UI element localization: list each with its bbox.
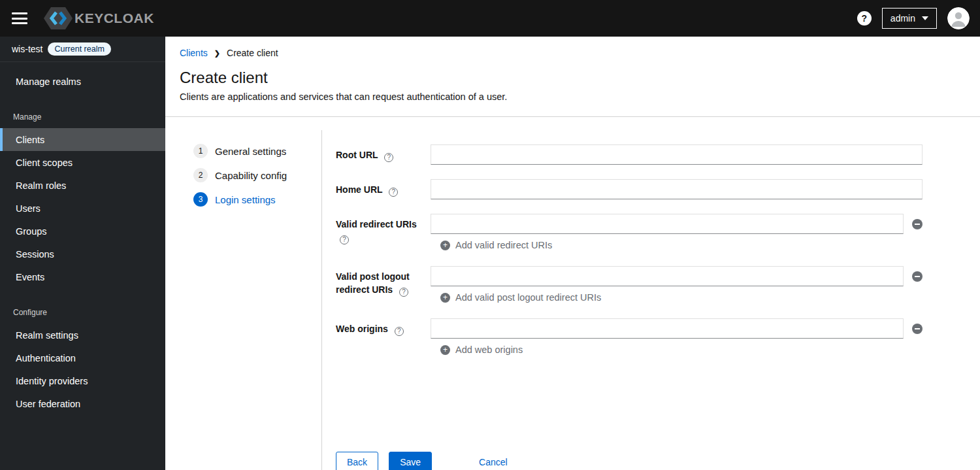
valid-post-logout-redirect-uris-input[interactable] — [431, 266, 904, 286]
realm-name: wis-test — [12, 44, 42, 54]
sidebar-section-configure: Configure — [0, 308, 165, 317]
sidebar-item-groups[interactable]: Groups — [0, 220, 165, 243]
sidebar-item-authentication[interactable]: Authentication — [0, 346, 165, 369]
current-realm-badge: Current realm — [48, 42, 110, 56]
form-row-valid-post-logout-redirect-uris: Valid post logout redirect URIs ? + Add … — [336, 266, 923, 318]
add-valid-redirect-uris-button[interactable]: + Add valid redirect URIs — [440, 240, 552, 250]
page-subtitle: Clients are applications and services th… — [180, 92, 964, 102]
login-settings-form: Root URL ? Home URL ? — [322, 130, 980, 470]
form-row-root-url: Root URL ? — [336, 144, 923, 165]
hamburger-menu-icon[interactable] — [12, 12, 27, 24]
sidebar-item-events[interactable]: Events — [0, 265, 165, 288]
form-actions: Back Save Cancel — [336, 452, 923, 470]
step-label: General settings — [215, 146, 286, 157]
user-menu-label: admin — [890, 13, 915, 24]
user-avatar[interactable] — [947, 7, 970, 29]
step-number: 1 — [193, 144, 208, 158]
breadcrumb-chevron-icon: ❯ — [214, 49, 220, 58]
plus-circle-icon: + — [440, 345, 450, 355]
step-number: 2 — [193, 168, 208, 182]
sidebar-item-client-scopes[interactable]: Client scopes — [0, 151, 165, 174]
sidebar: wis-test Current realm Manage realms Man… — [0, 37, 165, 470]
breadcrumb: Clients ❯ Create client — [180, 48, 964, 58]
sidebar-item-identity-providers[interactable]: Identity providers — [0, 369, 165, 392]
sidebar-item-manage-realms[interactable]: Manage realms — [0, 70, 165, 93]
valid-redirect-uris-input[interactable] — [431, 214, 904, 234]
field-label: Root URL ? — [336, 144, 431, 162]
field-label: Valid redirect URIs ? — [336, 214, 431, 244]
field-label: Web origins ? — [336, 318, 431, 336]
sidebar-item-realm-settings[interactable]: Realm settings — [0, 324, 165, 346]
minus-circle-icon[interactable] — [912, 219, 923, 229]
step-label: Login settings — [215, 194, 276, 205]
minus-circle-icon[interactable] — [912, 324, 923, 334]
save-button[interactable]: Save — [389, 452, 432, 470]
keycloak-hexagon-icon — [43, 5, 73, 31]
minus-circle-icon[interactable] — [912, 271, 923, 282]
sidebar-item-user-federation[interactable]: User federation — [0, 392, 165, 415]
plus-circle-icon: + — [440, 241, 450, 250]
home-url-input[interactable] — [431, 179, 923, 199]
caret-down-icon — [922, 16, 928, 20]
page-header: Clients ❯ Create client Create client Cl… — [165, 37, 980, 117]
step-number: 3 — [193, 192, 208, 207]
sidebar-item-sessions[interactable]: Sessions — [0, 243, 165, 265]
question-circle-icon[interactable]: ? — [384, 153, 393, 162]
realm-selector[interactable]: wis-test Current realm — [0, 37, 165, 62]
web-origins-input[interactable] — [431, 318, 904, 339]
question-circle-icon[interactable]: ? — [395, 327, 404, 336]
form-row-valid-redirect-uris: Valid redirect URIs ? + Add valid redire… — [336, 214, 923, 266]
root-url-input[interactable] — [431, 144, 923, 165]
help-icon[interactable]: ? — [857, 11, 872, 25]
sidebar-item-realm-roles[interactable]: Realm roles — [0, 174, 165, 197]
add-web-origins-button[interactable]: + Add web origins — [440, 344, 523, 355]
breadcrumb-link-clients[interactable]: Clients — [180, 48, 208, 58]
sidebar-item-clients[interactable]: Clients — [0, 128, 165, 151]
field-label: Valid post logout redirect URIs ? — [336, 266, 431, 297]
brand-text: KEYCLOAK — [74, 10, 154, 26]
wizard-step-general-settings[interactable]: 1 General settings — [193, 144, 321, 158]
step-label: Capability config — [215, 170, 287, 181]
wizard-step-login-settings[interactable]: 3 Login settings — [193, 192, 321, 207]
form-row-home-url: Home URL ? — [336, 179, 923, 199]
add-valid-post-logout-redirect-uris-button[interactable]: + Add valid post logout redirect URIs — [440, 292, 601, 303]
back-button[interactable]: Back — [336, 452, 378, 470]
sidebar-item-users[interactable]: Users — [0, 197, 165, 220]
user-menu-dropdown[interactable]: admin — [882, 8, 937, 29]
keycloak-logo[interactable]: KEYCLOAK — [43, 5, 154, 31]
sidebar-section-manage: Manage — [0, 112, 165, 122]
question-circle-icon[interactable]: ? — [340, 235, 349, 244]
wizard-nav: 1 General settings 2 Capability config 3… — [165, 130, 322, 470]
question-circle-icon[interactable]: ? — [389, 188, 398, 197]
plus-circle-icon: + — [440, 293, 450, 303]
field-label: Home URL ? — [336, 179, 431, 197]
breadcrumb-current: Create client — [227, 48, 278, 58]
main-content: Clients ❯ Create client Create client Cl… — [165, 37, 980, 470]
cancel-button[interactable]: Cancel — [468, 452, 518, 470]
question-circle-icon[interactable]: ? — [399, 288, 408, 297]
page-title: Create client — [180, 69, 964, 87]
form-row-web-origins: Web origins ? + Add web origins — [336, 318, 923, 371]
wizard-step-capability-config[interactable]: 2 Capability config — [193, 168, 321, 182]
masthead: KEYCLOAK ? admin — [0, 0, 980, 37]
